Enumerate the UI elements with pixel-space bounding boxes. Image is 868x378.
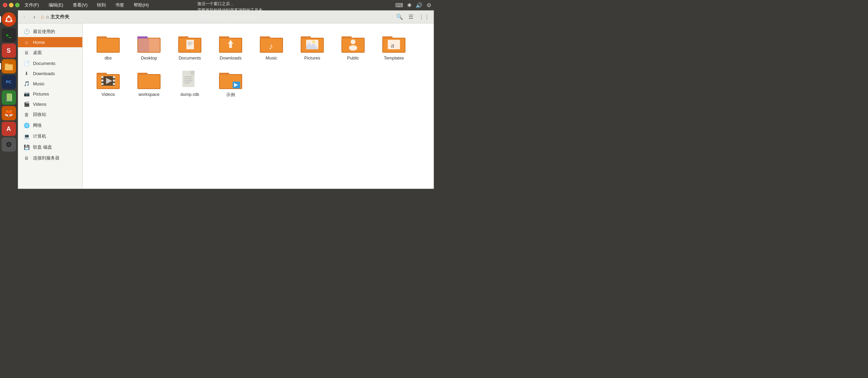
trash-icon: 🗑 xyxy=(23,112,30,117)
volume-icon: 🔊 xyxy=(416,2,422,8)
sidebar-item-home[interactable]: ⌂ Home xyxy=(18,37,82,47)
menu-edit[interactable]: 编辑(E) xyxy=(47,1,65,10)
svg-point-36 xyxy=(312,40,315,43)
file-label-example: 示例 xyxy=(226,92,235,98)
maximize-button[interactable]: + xyxy=(15,3,20,7)
list-view-button[interactable]: ☰ xyxy=(407,12,415,21)
svg-point-4 xyxy=(5,20,7,22)
sidebar-item-downloads[interactable]: ⬇ Downloads xyxy=(18,68,82,79)
sidebar: 🕐 最近使用的 ⌂ Home 🖥 桌面 📄 Documents ⬇ D xyxy=(18,23,83,189)
sidebar-item-floppy[interactable]: 💾 软盘 磁盘 xyxy=(18,142,82,153)
file-item-downloads[interactable]: Downloads xyxy=(212,30,249,63)
file-label-dump-rdb: dump.rdb xyxy=(181,92,199,97)
computer-icon: 💻 xyxy=(23,134,30,139)
svg-rect-51 xyxy=(101,76,103,78)
svg-rect-14 xyxy=(138,38,149,52)
keyboard-icon: ⌨ xyxy=(395,2,403,8)
file-grid: dbs Desktop xyxy=(83,23,434,189)
close-button[interactable]: ✕ xyxy=(3,3,7,7)
videos-icon: 🎬 xyxy=(23,101,30,107)
main-container: >_ S PC 📗 🦊 A ⚙ ‹ › ⌂ ⌂ 主文件夹 🔍 ☰ ⋮⋮ xyxy=(0,10,434,189)
svg-rect-52 xyxy=(101,80,103,82)
svg-rect-60 xyxy=(138,75,160,88)
apps-button[interactable]: ⋮⋮ xyxy=(417,12,431,21)
file-item-workspace[interactable]: workspace xyxy=(130,67,168,101)
sidebar-item-desktop[interactable]: 🖥 桌面 xyxy=(18,47,82,58)
dock-firefox[interactable]: 🦊 xyxy=(2,106,16,120)
file-label-public: Public xyxy=(347,55,359,61)
floppy-icon: 💾 xyxy=(23,144,30,150)
file-label-templates: Templates xyxy=(384,55,404,61)
menu-items: 文件(F) 编辑(E) 查看(V) 转到 书签 帮助(H) xyxy=(22,1,151,10)
menu-bookmarks[interactable]: 书签 xyxy=(113,1,126,10)
sidebar-item-documents[interactable]: 📄 Documents xyxy=(18,58,82,68)
back-button[interactable]: ‹ xyxy=(21,13,28,21)
svg-rect-7 xyxy=(5,65,13,70)
file-item-templates[interactable]: a Templates xyxy=(375,30,413,63)
sidebar-item-trash[interactable]: 🗑 回收站 xyxy=(18,109,82,120)
minimize-button[interactable]: − xyxy=(9,3,14,7)
svg-rect-54 xyxy=(113,76,115,78)
svg-rect-53 xyxy=(101,83,103,85)
dock-settings[interactable]: ⚙ xyxy=(2,137,16,152)
svg-point-40 xyxy=(351,39,355,44)
sidebar-item-server[interactable]: 🖥 连接到服务器 xyxy=(18,153,82,164)
search-button[interactable]: 🔍 xyxy=(395,12,404,21)
menu-help[interactable]: 帮助(H) xyxy=(132,1,151,10)
window-controls: ✕ − + xyxy=(3,3,20,7)
file-item-desktop[interactable]: Desktop xyxy=(130,30,168,63)
pictures-icon: 📷 xyxy=(23,91,30,97)
dock-ubuntu[interactable] xyxy=(2,12,16,27)
sidebar-item-computer[interactable]: 💻 计算机 xyxy=(18,131,82,142)
file-item-videos[interactable]: Videos xyxy=(89,67,127,101)
sidebar-item-network[interactable]: 🌐 网络 xyxy=(18,120,82,131)
dock-file-manager[interactable] xyxy=(2,59,16,73)
file-manager: ‹ › ⌂ ⌂ 主文件夹 🔍 ☰ ⋮⋮ 🕐 最近使用的 ⌂ xyxy=(18,10,434,189)
toolbar-right: 🔍 ☰ ⋮⋮ xyxy=(395,12,431,21)
file-label-workspace: workspace xyxy=(138,92,160,97)
svg-rect-19 xyxy=(186,40,194,49)
system-settings-icon: ⚙ xyxy=(427,2,431,8)
dock-ide[interactable]: PC xyxy=(2,75,16,89)
network-icon: 🌐 xyxy=(23,123,30,128)
file-label-music: Music xyxy=(266,55,277,61)
file-item-example[interactable]: 示例 xyxy=(212,67,249,101)
home-icon: ⌂ xyxy=(41,14,44,20)
file-item-pictures[interactable]: Pictures xyxy=(294,30,331,63)
bluetooth-icon: ✱ xyxy=(407,2,412,8)
file-label-documents: Documents xyxy=(179,55,201,61)
forward-button[interactable]: › xyxy=(31,13,38,21)
menu-bar: ✕ − + 文件(F) 编辑(E) 查看(V) 转到 书签 帮助(H) 激活一个… xyxy=(0,0,434,10)
menu-goto[interactable]: 转到 xyxy=(95,1,108,10)
sidebar-item-videos[interactable]: 🎬 Videos xyxy=(18,99,82,109)
file-item-dump-rdb[interactable]: dump.rdb xyxy=(171,67,208,101)
file-item-music[interactable]: ♪ Music xyxy=(253,30,290,63)
dock: >_ S PC 📗 🦊 A ⚙ xyxy=(0,10,18,189)
menu-file[interactable]: 文件(F) xyxy=(22,1,41,10)
svg-rect-10 xyxy=(97,38,119,52)
dock-books[interactable]: 📗 xyxy=(2,90,16,105)
sidebar-item-music[interactable]: 🎵 Music xyxy=(18,79,82,89)
dock-app-center[interactable]: A xyxy=(2,122,16,136)
dock-text-editor[interactable]: S xyxy=(2,44,16,58)
file-label-desktop: Desktop xyxy=(141,55,157,61)
sidebar-item-recent[interactable]: 🕐 最近使用的 xyxy=(18,26,82,37)
svg-text:♪: ♪ xyxy=(269,41,273,51)
file-label-dbs: dbs xyxy=(105,55,112,61)
sidebar-item-pictures[interactable]: 📷 Pictures xyxy=(18,89,82,99)
file-item-public[interactable]: Public xyxy=(334,30,372,63)
music-icon: 🎵 xyxy=(23,81,30,86)
file-item-dbs[interactable]: dbs xyxy=(89,30,127,63)
dock-terminal[interactable]: >_ xyxy=(2,28,16,42)
svg-point-41 xyxy=(349,45,357,51)
svg-text:a: a xyxy=(391,41,394,49)
file-item-documents[interactable]: Documents xyxy=(171,30,208,63)
svg-rect-55 xyxy=(113,80,115,82)
svg-rect-15 xyxy=(149,38,160,52)
menu-view[interactable]: 查看(V) xyxy=(71,1,89,10)
svg-rect-56 xyxy=(113,83,115,85)
recent-icon: 🕐 xyxy=(23,29,30,34)
toolbar: ‹ › ⌂ ⌂ 主文件夹 🔍 ☰ ⋮⋮ xyxy=(18,11,434,23)
svg-point-3 xyxy=(11,20,12,22)
server-icon: 🖥 xyxy=(23,155,30,161)
